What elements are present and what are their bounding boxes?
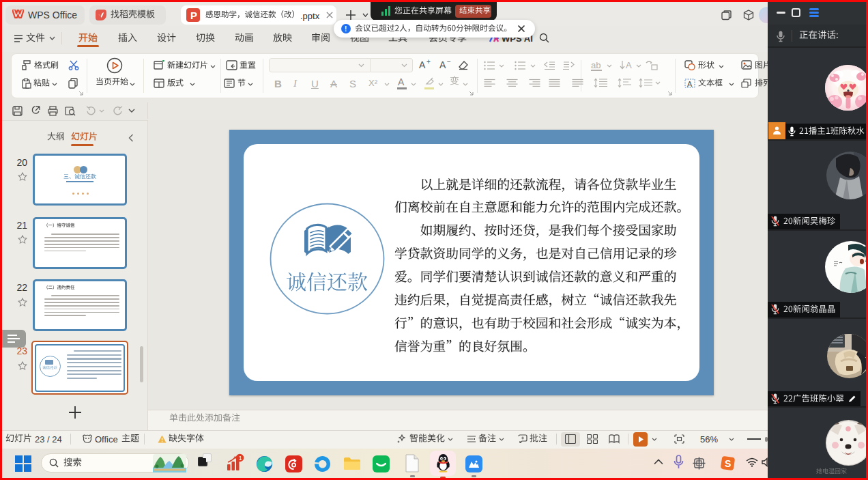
svg-text:A: A <box>687 80 693 88</box>
svg-text:1: 1 <box>239 455 242 462</box>
svg-text:A: A <box>626 60 632 70</box>
